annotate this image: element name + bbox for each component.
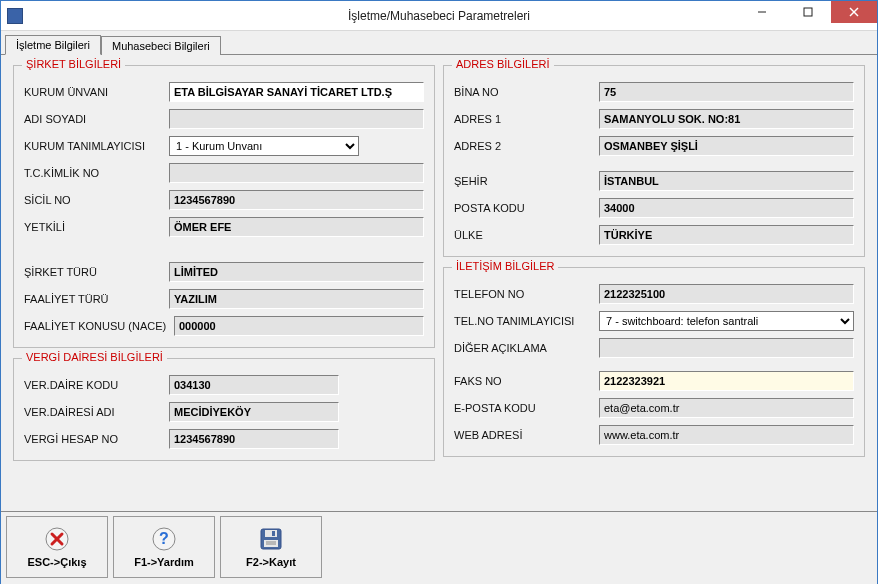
lbl-faks-no: FAKS NO bbox=[454, 375, 599, 387]
esc-label: ESC->Çıkış bbox=[28, 556, 87, 568]
lbl-web-adresi: WEB ADRESİ bbox=[454, 429, 599, 441]
svg-rect-1 bbox=[804, 8, 812, 16]
f2-label: F2->Kayıt bbox=[246, 556, 296, 568]
select-kurum-tanimlayicisi[interactable]: 1 - Kurum Unvanı bbox=[169, 136, 359, 156]
group-adres-bilgileri: ADRES BİLGİLERİ BİNA NO ADRES 1 ADRES 2 … bbox=[443, 65, 865, 257]
input-adi-soyadi[interactable] bbox=[169, 109, 424, 129]
input-faaliyet-konusu[interactable] bbox=[174, 316, 424, 336]
esc-exit-button[interactable]: ESC->Çıkış bbox=[6, 516, 108, 578]
lbl-faaliyet-konusu: FAALİYET KONUSU (NACE) bbox=[24, 320, 174, 332]
window-titlebar: İşletme/Muhasebeci Parametreleri bbox=[1, 1, 877, 31]
window-maximize-button[interactable] bbox=[785, 1, 831, 23]
lbl-sehir: ŞEHİR bbox=[454, 175, 599, 187]
lbl-faaliyet-turu: FAALİYET TÜRÜ bbox=[24, 293, 169, 305]
select-tel-no-tanimlayicisi[interactable]: 7 - switchboard: telefon santrali bbox=[599, 311, 854, 331]
lbl-sicil-no: SİCİL NO bbox=[24, 194, 169, 206]
lbl-telefon-no: TELEFON NO bbox=[454, 288, 599, 300]
input-sehir[interactable] bbox=[599, 171, 854, 191]
save-floppy-icon bbox=[258, 526, 284, 552]
lbl-ver-dairesi-adi: VER.DAİRESİ ADI bbox=[24, 406, 169, 418]
f2-save-button[interactable]: F2->Kayıt bbox=[220, 516, 322, 578]
bottom-toolbar: ESC->Çıkış ? F1->Yardım F2->Kayıt bbox=[1, 511, 877, 584]
lbl-posta-kodu: POSTA KODU bbox=[454, 202, 599, 214]
lbl-vergi-hesap-no: VERGİ HESAP NO bbox=[24, 433, 169, 445]
input-ver-daire-kodu[interactable] bbox=[169, 375, 339, 395]
input-web-adresi[interactable] bbox=[599, 425, 854, 445]
close-circle-icon bbox=[44, 526, 70, 552]
tab-muhasebeci-bilgileri[interactable]: Muhasebeci Bilgileri bbox=[101, 36, 221, 55]
f1-label: F1->Yardım bbox=[134, 556, 194, 568]
window-close-button[interactable] bbox=[831, 1, 877, 23]
input-posta-kodu[interactable] bbox=[599, 198, 854, 218]
group-sirket-bilgileri: ŞİRKET BİLGİLERİ KURUM ÜNVANI ADI SOYADI… bbox=[13, 65, 435, 348]
svg-text:?: ? bbox=[159, 530, 169, 547]
legend-adres: ADRES BİLGİLERİ bbox=[452, 58, 554, 70]
input-ulke[interactable] bbox=[599, 225, 854, 245]
tab-bar: İşletme Bilgileri Muhasebeci Bilgileri bbox=[1, 31, 877, 55]
input-ver-dairesi-adi[interactable] bbox=[169, 402, 339, 422]
legend-iletisim: İLETİŞİM BİLGİLER bbox=[452, 260, 558, 272]
input-telefon-no[interactable] bbox=[599, 284, 854, 304]
input-adres2[interactable] bbox=[599, 136, 854, 156]
help-circle-icon: ? bbox=[151, 526, 177, 552]
lbl-tel-no-tanimlayicisi: TEL.NO TANIMLAYICISI bbox=[454, 315, 599, 327]
lbl-sirket-turu: ŞİRKET TÜRÜ bbox=[24, 266, 169, 278]
input-tc-kimlik-no[interactable] bbox=[169, 163, 424, 183]
input-sirket-turu[interactable] bbox=[169, 262, 424, 282]
input-kurum-unvani[interactable] bbox=[169, 82, 424, 102]
input-eposta-kodu[interactable] bbox=[599, 398, 854, 418]
lbl-adres1: ADRES 1 bbox=[454, 113, 599, 125]
lbl-adi-soyadi: ADI SOYADI bbox=[24, 113, 169, 125]
lbl-eposta-kodu: E-POSTA KODU bbox=[454, 402, 599, 414]
lbl-yetkili: YETKİLİ bbox=[24, 221, 169, 233]
group-vergi-dairesi: VERGİ DAİRESİ BİLGİLERİ VER.DAİRE KODU V… bbox=[13, 358, 435, 461]
input-yetkili[interactable] bbox=[169, 217, 424, 237]
legend-vergi: VERGİ DAİRESİ BİLGİLERİ bbox=[22, 351, 167, 363]
input-sicil-no[interactable] bbox=[169, 190, 424, 210]
input-diger-aciklama[interactable] bbox=[599, 338, 854, 358]
lbl-ulke: ÜLKE bbox=[454, 229, 599, 241]
input-adres1[interactable] bbox=[599, 109, 854, 129]
lbl-kurum-tanimlayicisi: KURUM TANIMLAYICISI bbox=[24, 140, 169, 152]
lbl-diger-aciklama: DİĞER AÇIKLAMA bbox=[454, 342, 599, 354]
input-faks-no[interactable] bbox=[599, 371, 854, 391]
group-iletisim-bilgiler: İLETİŞİM BİLGİLER TELEFON NO TEL.NO TANI… bbox=[443, 267, 865, 457]
input-faaliyet-turu[interactable] bbox=[169, 289, 424, 309]
tab-content: ŞİRKET BİLGİLERİ KURUM ÜNVANI ADI SOYADI… bbox=[1, 55, 877, 511]
input-bina-no[interactable] bbox=[599, 82, 854, 102]
tab-isletme-bilgileri[interactable]: İşletme Bilgileri bbox=[5, 35, 101, 55]
lbl-bina-no: BİNA NO bbox=[454, 86, 599, 98]
lbl-kurum-unvani: KURUM ÜNVANI bbox=[24, 86, 169, 98]
lbl-tc-kimlik-no: T.C.KİMLİK NO bbox=[24, 167, 169, 179]
f1-help-button[interactable]: ? F1->Yardım bbox=[113, 516, 215, 578]
window-minimize-button[interactable] bbox=[739, 1, 785, 23]
app-icon bbox=[7, 8, 23, 24]
input-vergi-hesap-no[interactable] bbox=[169, 429, 339, 449]
svg-rect-10 bbox=[265, 530, 277, 537]
lbl-adres2: ADRES 2 bbox=[454, 140, 599, 152]
lbl-ver-daire-kodu: VER.DAİRE KODU bbox=[24, 379, 169, 391]
svg-rect-11 bbox=[272, 531, 275, 536]
legend-sirket: ŞİRKET BİLGİLERİ bbox=[22, 58, 125, 70]
